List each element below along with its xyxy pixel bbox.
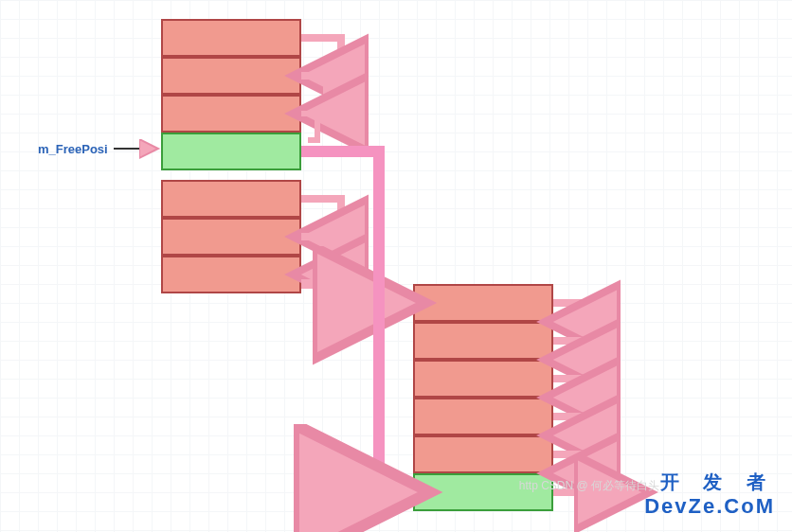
block1-cell-2 <box>161 95 301 133</box>
block2-cell-4 <box>413 435 553 473</box>
block1-cell-1 <box>161 57 301 95</box>
block1-cell-4 <box>161 180 301 218</box>
watermark-brand-main: DevZe.CoM <box>644 494 775 518</box>
free-posi-label: m_FreePosi <box>38 142 108 156</box>
block1-cell-free <box>161 133 301 170</box>
watermark-brand: 开 发 者 DevZe.CoM <box>644 494 775 519</box>
block1-cell-6 <box>161 256 301 293</box>
arrows-layer <box>0 0 792 532</box>
block2-cell-0 <box>413 284 553 322</box>
watermark-csdn: http CSDN @ 何必等待白头 <box>519 478 659 494</box>
block2-cell-2 <box>413 360 553 398</box>
block1-cell-5 <box>161 218 301 256</box>
block2-cell-1 <box>413 322 553 360</box>
block2-cell-3 <box>413 398 553 435</box>
block1-cell-0 <box>161 19 301 57</box>
watermark-brand-top: 开 发 者 <box>660 470 775 495</box>
